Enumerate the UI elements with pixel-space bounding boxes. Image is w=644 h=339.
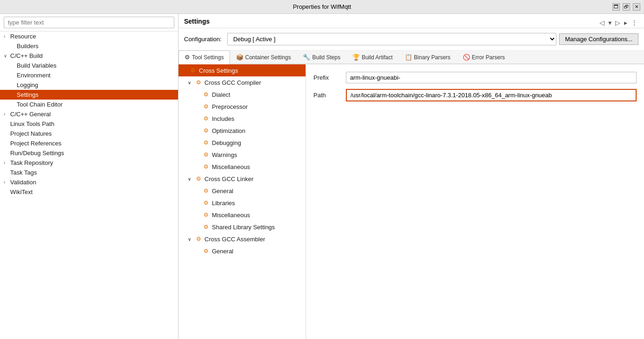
settings-tree-item-warnings[interactable]: ⚙Warnings [179,149,306,161]
settings-tree-item-general-assembler[interactable]: ⚙General [179,245,306,257]
left-tree-item-task-tags[interactable]: Task Tags [0,168,178,177]
settings-label-general-assembler: General [212,248,233,255]
settings-label-includes: Includes [212,115,234,122]
tab-binary-parsers[interactable]: 📋Binary Parsers [399,50,457,63]
settings-icon-optimization: ⚙ [202,126,210,135]
left-tree-label-builders: Builders [17,43,38,50]
form-area: Prefix Path [306,64,644,339]
tab-label-binary-parsers: Binary Parsers [414,54,451,61]
settings-tree-item-miscellaneous-gcc[interactable]: ⚙Miscellaneous [179,161,306,173]
settings-icon-cross-gcc-assembler: ⚙ [194,235,203,243]
left-tree-item-project-references[interactable]: Project References [0,138,178,148]
prefix-input[interactable] [346,72,637,83]
build-steps-icon: 🔧 [303,54,310,61]
filter-input[interactable] [4,17,174,28]
tab-build-artifact[interactable]: 🏆Build Artifact [346,50,399,63]
settings-tree-item-cross-gcc-compiler[interactable]: ∨⚙Cross GCC Compiler [179,76,306,88]
settings-label-cross-gcc-compiler: Cross GCC Compiler [204,79,261,86]
settings-icon-dialect: ⚙ [202,90,210,99]
settings-tree-item-optimization[interactable]: ⚙Optimization [179,125,306,137]
settings-label-miscellaneous-linker: Miscellaneous [212,212,250,219]
close-button[interactable]: ✕ [633,3,640,11]
right-header: Settings ◁ ▾ ▷ ▸ ⋮ [179,14,644,28]
left-tree-item-tool-chain-editor[interactable]: Tool Chain Editor [0,100,178,109]
left-tree-label-task-repository: Task Repository [10,159,53,166]
tab-error-parsers[interactable]: 🚫Error Parsers [457,50,511,63]
settings-tree-item-cross-gcc-assembler[interactable]: ∨⚙Cross GCC Assembler [179,233,306,245]
left-tree-item-build-variables[interactable]: Build Variables [0,61,178,70]
back-button[interactable]: ◁ [599,18,606,27]
settings-tree-item-cross-settings[interactable]: ⚙Cross Settings [179,64,306,76]
title-bar-controls: 🗖 🗗 ✕ [612,3,640,11]
tabs-row: ⚙Tool Settings📦Container Settings🔧Build … [179,50,644,64]
settings-tree-item-shared-library-settings[interactable]: ⚙Shared Library Settings [179,221,306,233]
left-tree-item-wikitext[interactable]: WikiText [0,187,178,197]
left-tree-item-validation[interactable]: ›Validation [0,177,178,187]
settings-icon-includes: ⚙ [202,114,210,123]
tab-container-settings[interactable]: 📦Container Settings [230,50,297,63]
down-button[interactable]: ▾ [607,18,612,27]
settings-tree-item-includes[interactable]: ⚙Includes [179,113,306,125]
left-tree-item-cpp-build[interactable]: ∨C/C++ Build [0,51,178,61]
settings-label-dialect: Dialect [212,91,230,98]
menu-button[interactable]: ⋮ [630,18,638,27]
window-title: Properties for WifMqtt [293,3,351,10]
left-tree-label-task-tags: Task Tags [10,169,37,176]
settings-icon-shared-library-settings: ⚙ [202,223,210,231]
config-select[interactable]: Debug [ Active ] [227,33,556,45]
prefix-label: Prefix [313,74,341,81]
path-label: Path [313,92,341,99]
left-tree-item-project-natures[interactable]: Project Natures [0,129,178,138]
forward-button[interactable]: ▷ [614,18,621,27]
settings-tree-item-preprocessor[interactable]: ⚙Preprocessor [179,100,306,113]
path-input[interactable] [346,89,637,101]
left-tree-label-build-variables: Build Variables [17,62,57,69]
left-tree-label-logging: Logging [17,82,38,88]
tab-tool-settings[interactable]: ⚙Tool Settings [179,50,230,64]
tool-settings-icon: ⚙ [185,54,190,61]
settings-icon-general-assembler: ⚙ [202,247,210,255]
prefix-row: Prefix [313,72,637,83]
left-tree-label-project-natures: Project Natures [10,130,52,137]
left-tree-label-linux-tools-path: Linux Tools Path [10,120,54,127]
left-tree-item-linux-tools-path[interactable]: Linux Tools Path [0,119,178,129]
settings-label-general-linker: General [212,188,233,195]
left-tree-item-environment[interactable]: Environment [0,70,178,80]
minimize-button[interactable]: 🗖 [612,3,620,11]
left-tree-item-resource[interactable]: ›Resource [0,31,178,41]
settings-icon-cross-gcc-compiler: ⚙ [194,78,203,87]
left-tree-label-cpp-general: C/C++ General [10,111,51,118]
settings-icon-warnings: ⚙ [202,151,210,159]
tab-label-container-settings: Container Settings [245,54,291,61]
settings-tree-item-dialect[interactable]: ⚙Dialect [179,88,306,100]
left-tree-item-task-repository[interactable]: ›Task Repository [0,158,178,168]
settings-tree-item-miscellaneous-linker[interactable]: ⚙Miscellaneous [179,209,306,221]
settings-tree: ⚙Cross Settings∨⚙Cross GCC Compiler ⚙Dia… [179,64,306,339]
left-tree: ›ResourceBuilders∨C/C++ BuildBuild Varia… [0,31,178,339]
left-tree-item-settings[interactable]: Settings [0,90,178,100]
tab-build-steps[interactable]: 🔧Build Steps [297,50,346,63]
right-panel-title: Settings [184,18,210,28]
left-tree-item-logging[interactable]: Logging [0,80,178,90]
settings-label-cross-gcc-assembler: Cross GCC Assembler [204,236,265,243]
settings-tree-item-libraries[interactable]: ⚙Libraries [179,197,306,209]
manage-configurations-button[interactable]: Manage Configurations... [559,33,638,45]
left-tree-item-cpp-general[interactable]: ›C/C++ General [0,109,178,119]
settings-tree-item-cross-gcc-linker[interactable]: ∨⚙Cross GCC Linker [179,173,306,185]
left-tree-label-environment: Environment [17,72,51,79]
left-tree-item-run-debug-settings[interactable]: Run/Debug Settings [0,148,178,158]
filter-input-wrapper [0,14,178,31]
settings-tree-item-general-linker[interactable]: ⚙General [179,185,306,197]
settings-icon-cross-settings: ⚙ [189,66,197,75]
settings-label-miscellaneous-gcc: Miscellaneous [212,163,250,170]
settings-icon-libraries: ⚙ [202,199,210,207]
settings-tree-item-debugging[interactable]: ⚙Debugging [179,137,306,149]
config-row: Configuration: Debug [ Active ] Manage C… [179,28,644,50]
tab-label-build-artifact: Build Artifact [362,54,393,61]
maximize-button[interactable]: 🗗 [623,3,630,11]
content-area: ⚙Cross Settings∨⚙Cross GCC Compiler ⚙Dia… [179,64,644,339]
binary-parsers-icon: 📋 [405,54,412,61]
left-tree-item-builders[interactable]: Builders [0,41,178,51]
left-tree-label-tool-chain-editor: Tool Chain Editor [17,101,63,108]
forward-button-2[interactable]: ▸ [623,18,628,27]
